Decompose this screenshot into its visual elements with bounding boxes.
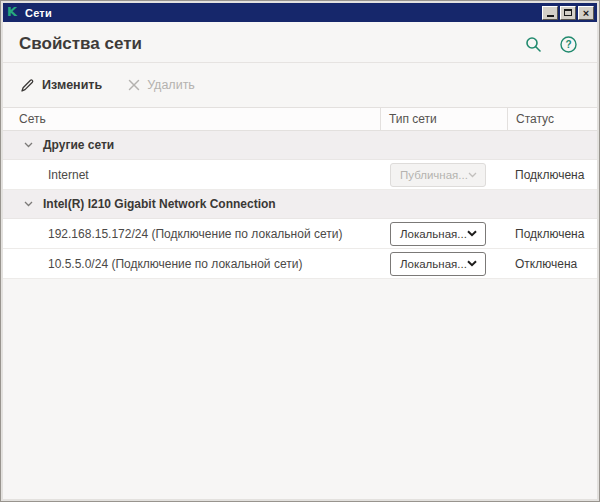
edit-button[interactable]: Изменить bbox=[20, 78, 102, 93]
edit-button-label: Изменить bbox=[42, 78, 102, 92]
help-icon[interactable]: ? bbox=[560, 36, 577, 53]
group-row-intel-adapter[interactable]: Intel(R) I210 Gigabit Network Connection bbox=[3, 190, 597, 219]
group-row-other-networks[interactable]: Другие сети bbox=[3, 131, 597, 160]
page-header: Свойства сети ? bbox=[3, 22, 597, 63]
delete-x-icon bbox=[128, 79, 140, 91]
network-status: Подключена bbox=[507, 168, 597, 182]
network-status: Подключена bbox=[507, 227, 597, 241]
minimize-button[interactable] bbox=[542, 6, 558, 20]
titlebar: K Сети × bbox=[3, 3, 597, 22]
network-status: Отключена bbox=[507, 257, 597, 271]
delete-button: Удалить bbox=[128, 78, 195, 92]
pencil-icon bbox=[20, 78, 35, 93]
network-name: 192.168.15.172/24 (Подключение по локаль… bbox=[3, 227, 380, 241]
network-name: 10.5.5.0/24 (Подключение по локальной се… bbox=[3, 257, 380, 271]
svg-text:?: ? bbox=[565, 39, 571, 50]
network-name: Internet bbox=[3, 168, 380, 182]
table-row-10-5-5-0[interactable]: 10.5.5.0/24 (Подключение по локальной се… bbox=[3, 249, 597, 279]
chevron-down-icon bbox=[468, 172, 477, 178]
network-type-select[interactable]: Локальная... bbox=[390, 222, 486, 246]
network-type-value: Публичная... bbox=[400, 169, 468, 181]
maximize-icon bbox=[564, 9, 572, 16]
chevron-down-icon bbox=[467, 230, 477, 237]
column-header-status: Статус bbox=[507, 108, 597, 130]
table-row-192-168-15-172[interactable]: 192.168.15.172/24 (Подключение по локаль… bbox=[3, 219, 597, 249]
content-area: Свойства сети ? Изменить bbox=[3, 22, 597, 499]
page-title: Свойства сети bbox=[19, 34, 142, 54]
network-type-value: Локальная... bbox=[400, 228, 467, 240]
group-label: Другие сети bbox=[43, 138, 114, 152]
delete-button-label: Удалить bbox=[147, 78, 195, 92]
network-type-value: Локальная... bbox=[400, 258, 467, 270]
chevron-down-icon bbox=[467, 260, 477, 267]
empty-area bbox=[3, 279, 597, 499]
network-type-select: Публичная... bbox=[390, 163, 486, 187]
column-header-network-type: Тип сети bbox=[380, 108, 507, 130]
minimize-icon bbox=[547, 15, 554, 17]
table-row-internet[interactable]: Internet Публичная... Подключена bbox=[3, 160, 597, 190]
maximize-button[interactable] bbox=[560, 6, 576, 20]
close-button[interactable]: × bbox=[578, 6, 594, 20]
kaspersky-logo-icon: K bbox=[7, 6, 20, 19]
window-title: Сети bbox=[25, 7, 52, 19]
app-window: K Сети × Свойства сети ? bbox=[0, 0, 600, 502]
network-type-select[interactable]: Локальная... bbox=[390, 252, 486, 276]
table-header: Сеть Тип сети Статус bbox=[3, 107, 597, 131]
close-icon: × bbox=[583, 8, 589, 18]
chevron-down-icon bbox=[24, 201, 33, 207]
toolbar: Изменить Удалить bbox=[3, 63, 597, 107]
column-header-network: Сеть bbox=[3, 108, 380, 130]
group-label: Intel(R) I210 Gigabit Network Connection bbox=[43, 197, 276, 211]
chevron-down-icon bbox=[24, 142, 33, 148]
search-icon[interactable] bbox=[525, 36, 542, 53]
